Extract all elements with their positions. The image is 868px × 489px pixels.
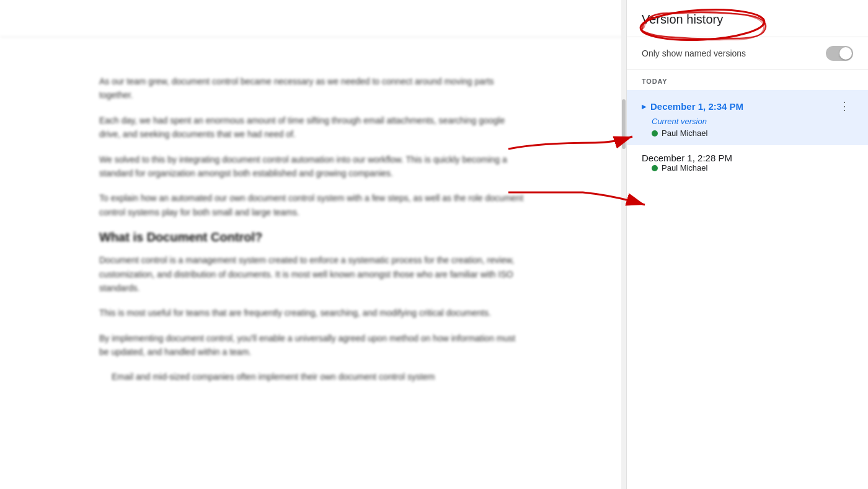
version-item-2-header: December 1, 2:28 PM	[642, 153, 853, 163]
version-1-author-name: Paul Michael	[662, 128, 707, 138]
sidebar-title: Version history	[642, 12, 723, 26]
toolbar	[0, 0, 626, 37]
doc-paragraph-1: As our team grew, document control becam…	[99, 74, 527, 102]
version-item-1-left: ▶ December 1, 2:34 PM	[642, 101, 743, 112]
version-2-author-name: Paul Michael	[662, 163, 707, 173]
doc-heading-1: What is Document Control?	[99, 230, 527, 244]
sidebar-header: Version history	[627, 0, 868, 37]
doc-paragraph-5: Document control is a management system …	[99, 253, 527, 295]
version-item-2-left: December 1, 2:28 PM	[642, 153, 732, 163]
version-item-1[interactable]: ▶ December 1, 2:34 PM ⋮ Current version …	[627, 90, 868, 145]
version-1-author: Paul Michael	[652, 128, 853, 138]
document-content: As our team grew, document control becam…	[50, 62, 577, 397]
version-2-author: Paul Michael	[652, 163, 853, 173]
author-dot-2-icon	[652, 165, 658, 171]
version-1-more-button[interactable]: ⋮	[836, 97, 853, 115]
doc-paragraph-6: This is most useful for teams that are f…	[99, 306, 527, 320]
scrollbar-track[interactable]	[621, 0, 626, 489]
version-item-1-header: ▶ December 1, 2:34 PM ⋮	[642, 97, 853, 115]
scrollbar-thumb[interactable]	[622, 99, 626, 149]
version-item-2[interactable]: December 1, 2:28 PM Paul Michael	[627, 145, 868, 180]
named-versions-label: Only show named versions	[642, 48, 746, 58]
named-versions-row: Only show named versions	[627, 37, 868, 70]
doc-paragraph-7: By implementing document control, you'll…	[99, 331, 527, 359]
section-today-label: TODAY	[627, 70, 868, 90]
toggle-knob	[839, 47, 852, 60]
doc-paragraph-2: Each day, we had spent an enormous amoun…	[99, 114, 527, 141]
expand-arrow-icon[interactable]: ▶	[642, 103, 647, 110]
version-1-date: December 1, 2:34 PM	[650, 101, 743, 112]
doc-paragraph-3: We solved to this by integrating documen…	[99, 153, 527, 181]
author-dot-icon	[652, 130, 658, 137]
version-history-sidebar: Version history Only show named versions…	[626, 0, 868, 489]
document-area: As our team grew, document control becam…	[0, 0, 626, 489]
version-current-label: Current version	[652, 117, 853, 126]
named-versions-toggle[interactable]	[826, 46, 853, 61]
version-2-date: December 1, 2:28 PM	[642, 153, 732, 163]
doc-paragraph-4: To explain how an automated our own docu…	[99, 191, 527, 219]
doc-bullet-1: Email and mid-sized companies often impl…	[99, 370, 527, 384]
